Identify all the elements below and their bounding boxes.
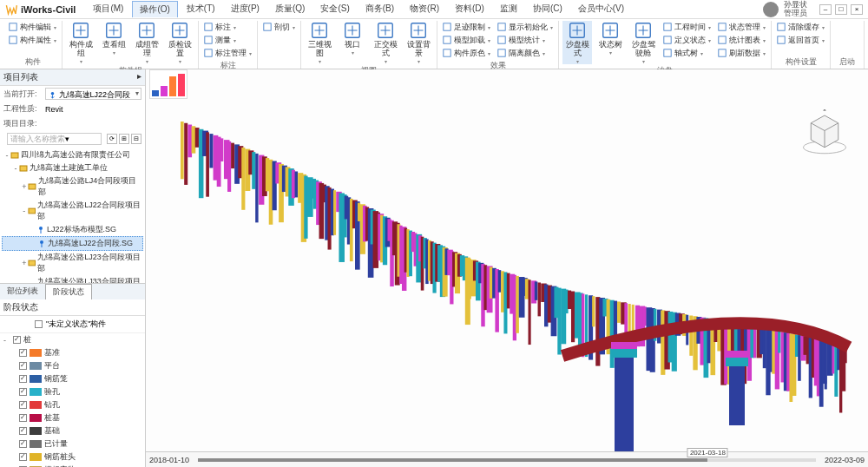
ribbon-button-small[interactable]: 足迹限制 ▾	[441, 21, 492, 33]
expand-all-button[interactable]: ⊞	[119, 134, 129, 144]
ribbon-button[interactable]: 成组管理▾	[132, 21, 161, 64]
expand-icon[interactable]: ▸	[137, 71, 141, 83]
legend-item[interactable]: 基础	[0, 424, 145, 437]
ribbon-button-small[interactable]: 统计图表 ▾	[716, 34, 767, 46]
menu-item[interactable]: 项目(M)	[86, 1, 130, 17]
collapse-all-button[interactable]: ⊟	[131, 134, 141, 144]
ribbon-button-small[interactable]: 构件属性 ▾	[7, 34, 58, 46]
status-tab[interactable]: 部位列表	[0, 284, 45, 299]
ribbon-button-small[interactable]: 模型统计 ▾	[496, 34, 555, 46]
ribbon-button-small[interactable]: 显示初始化 ▾	[496, 21, 555, 33]
legend-group[interactable]: -桩	[0, 333, 145, 346]
tree-twisty[interactable]: -	[21, 207, 28, 215]
menu-item[interactable]: 安全(S)	[313, 1, 356, 17]
legend-checkbox[interactable]	[19, 453, 27, 461]
ribbon-button-small[interactable]: 轴式树 ▾	[661, 47, 713, 59]
ribbon-button[interactable]: 三维视图▾	[305, 21, 334, 64]
ribbon-button-small[interactable]: 剖切 ▾	[261, 21, 297, 33]
timeline-current[interactable]: 2021-03-18	[687, 448, 728, 457]
ribbon-button[interactable]: 沙盘驾驶舱▾	[628, 21, 658, 64]
menu-item[interactable]: 技术(T)	[180, 1, 222, 17]
3d-viewport[interactable]: 2018-01-10 2021-03-18 2022-03-09	[146, 69, 868, 467]
tree-twisty[interactable]: +	[21, 182, 28, 191]
legend-item[interactable]: 钢筋桩头	[0, 451, 145, 464]
ribbon-button-small[interactable]: 构件原色 ▾	[441, 47, 492, 59]
ribbon-button-small[interactable]: 状态管理 ▾	[716, 21, 767, 33]
tree-node[interactable]: -九绵高速公路LJ22合同段项目部	[2, 199, 143, 223]
timeline-track[interactable]: 2021-03-18	[198, 458, 816, 462]
close-button[interactable]: ×	[851, 4, 863, 15]
tree-twisty[interactable]: +	[21, 259, 28, 267]
ribbon-button[interactable]: 正交模式▾	[371, 21, 400, 64]
legend-item[interactable]: 已计量	[0, 437, 145, 451]
legend-checkbox[interactable]	[13, 336, 21, 344]
ribbon-button-small[interactable]: 工程时间 ▾	[661, 21, 713, 33]
tree-twisty[interactable]: -	[12, 164, 19, 173]
tree-node[interactable]: 九绵高速LJ22合同段.SG	[2, 236, 143, 251]
legend-checkbox[interactable]	[19, 401, 27, 409]
tree-node[interactable]: -四川绵九高速公路有限责任公司	[2, 148, 143, 161]
tree-node[interactable]: LJ22标场布模型.SG	[2, 223, 143, 236]
legend-item[interactable]: 钢筋笼	[0, 372, 145, 385]
ribbon-button-small[interactable]: 构件编辑 ▾	[7, 21, 58, 33]
legend-item[interactable]: 验孔	[0, 385, 145, 398]
ribbon-button-small[interactable]: 刷新数据 ▾	[716, 47, 767, 59]
status-tab[interactable]: 阶段状态	[45, 284, 92, 299]
current-project-dropdown[interactable]: 九绵高速LJ22合同段 ▾	[45, 88, 141, 100]
legend-checkbox[interactable]	[19, 388, 27, 396]
tree-twisty[interactable]: -	[3, 151, 10, 160]
menu-item[interactable]: 协同(C)	[526, 1, 569, 17]
refresh-button[interactable]: ⟳	[107, 134, 117, 144]
legend-checkbox[interactable]	[19, 440, 27, 448]
menu-item[interactable]: 物资(R)	[403, 1, 446, 17]
legend-item[interactable]: 平台	[0, 359, 145, 372]
legend-item[interactable]: 模板安装	[0, 464, 145, 467]
tree-icon	[601, 21, 620, 40]
project-tree[interactable]: -四川绵九高速公路有限责任公司-九绵高速土建施工单位+九绵高速公路LJ4合同段项…	[0, 147, 145, 283]
view-cube[interactable]	[800, 109, 849, 158]
legend-checkbox[interactable]	[19, 414, 27, 422]
ribbon-button[interactable]: 状态树▾	[595, 21, 625, 56]
user-avatar[interactable]	[763, 2, 779, 17]
ribbon-button-small[interactable]: 清除缓存 ▾	[775, 21, 826, 33]
tree-node[interactable]: +九绵高速公路LJ33合同段项目部	[2, 275, 143, 283]
tree-node[interactable]: -九绵高速土建施工单位	[2, 161, 143, 174]
tree-node[interactable]: +九绵高速公路LJ23合同段项目部	[2, 251, 143, 275]
legend-checkbox[interactable]	[19, 375, 27, 383]
maximize-button[interactable]: □	[835, 4, 847, 15]
menu-item[interactable]: 会员中心(V)	[571, 1, 631, 17]
ribbon-button-small[interactable]: 定义状态 ▾	[661, 34, 713, 46]
ribbon-button-small[interactable]: 返回首页 ▾	[775, 34, 826, 46]
ribbon-button[interactable]: 查看组▾	[99, 21, 128, 56]
legend-checkbox[interactable]	[19, 349, 27, 357]
menu-item[interactable]: 资料(D)	[448, 1, 491, 17]
menu-item[interactable]: 商务(B)	[358, 1, 401, 17]
menu-item[interactable]: 监测	[493, 1, 524, 17]
ribbon-button-small[interactable]: 隔离颜色 ▾	[496, 47, 555, 59]
menu-item[interactable]: 质量(Q)	[268, 1, 312, 17]
ribbon-button[interactable]: 质检设置▾	[165, 21, 194, 64]
legend-item[interactable]: 钻孔	[0, 398, 145, 411]
legend-checkbox[interactable]	[19, 362, 27, 370]
ribbon-button[interactable]: 沙盘模式▾	[562, 21, 592, 64]
minimize-button[interactable]: –	[819, 4, 832, 15]
undefined-checkbox[interactable]	[35, 320, 43, 328]
legend-checkbox[interactable]	[19, 427, 27, 435]
legend-item[interactable]: 桩基	[0, 411, 145, 424]
ribbon-button-small[interactable]: 标注 ▾	[202, 21, 253, 33]
search-input[interactable]: 请输入名称搜索 ▾	[7, 133, 102, 145]
menu-item[interactable]: 进度(P)	[224, 1, 266, 17]
menu-item[interactable]: 操作(O)	[132, 1, 177, 17]
ribbon-button-small[interactable]: 标注管理 ▾	[202, 47, 253, 59]
ribbon-button-small[interactable]: 模型卸载 ▾	[441, 34, 492, 46]
legend-item[interactable]: 基准	[0, 346, 145, 359]
svg-rect-28	[719, 49, 726, 56]
ribbon-button[interactable]: 视口▾	[338, 21, 367, 56]
ribbon-button-small[interactable]: 测量 ▾	[202, 34, 253, 46]
ribbon-button[interactable]: 设置背景▾	[404, 21, 433, 64]
tree-node[interactable]: +九绵高速公路LJ4合同段项目部	[2, 174, 143, 199]
ribbon-button[interactable]: 构件成组▾	[66, 21, 95, 64]
svg-rect-14	[444, 23, 450, 30]
timeline-end: 2022-03-09	[821, 456, 868, 464]
timeline[interactable]: 2018-01-10 2021-03-18 2022-03-09	[146, 451, 868, 467]
